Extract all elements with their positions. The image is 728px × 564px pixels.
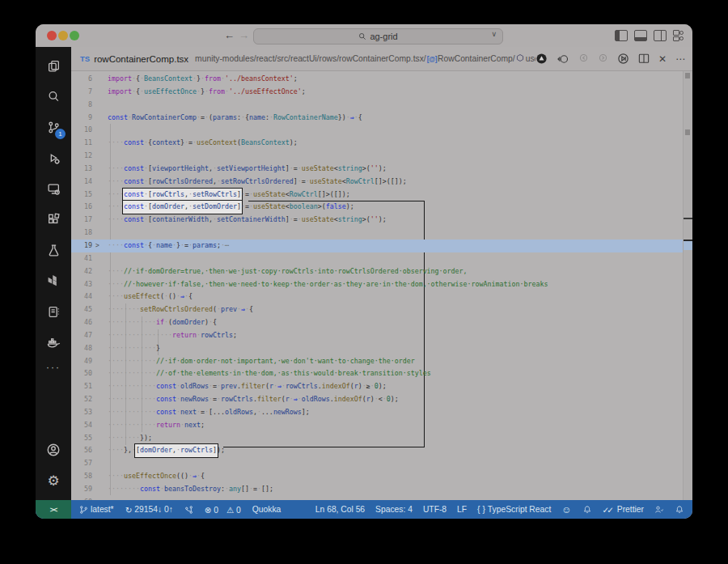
code-line-18[interactable]: 18 — [71, 227, 684, 240]
code-line-59[interactable]: 59········const·beansToDestroy:·any[]·=·… — [71, 483, 684, 496]
format-document-icon[interactable] — [535, 53, 548, 65]
code-line-56[interactable]: 56····},·[domOrder,·rowCtrls]); — [71, 444, 684, 457]
annotation-box: const·[rowCtrls,·setRowCtrls] — [123, 189, 242, 201]
settings-gear-icon[interactable]: ⚙ — [42, 469, 65, 492]
split-editor-icon[interactable] — [638, 53, 650, 64]
code-line-12[interactable]: 12 — [71, 150, 684, 163]
notifications-bell-icon[interactable] — [675, 505, 684, 515]
notebook-icon[interactable] — [42, 300, 65, 323]
code-line-44[interactable]: 44····useEffect(·()·⇒·{ — [71, 290, 684, 303]
cursor-position-item[interactable]: Ln 68, Col 56 — [315, 505, 365, 514]
annotation-box: const·[domOrder,·setDomOrder] — [123, 201, 242, 214]
remote-user-icon[interactable] — [654, 505, 664, 515]
code-line-58[interactable]: 58····useEffectOnce(()·⇒·{ — [71, 470, 684, 483]
code-line-49[interactable]: 49············//·if·dom·order·not·import… — [71, 355, 684, 368]
sync-icon: ↻ — [125, 505, 133, 515]
tab-filename[interactable]: rowContainerComp.tsx — [94, 54, 188, 64]
code-line-47[interactable]: 47················return·rowCtrls; — [71, 329, 684, 342]
problems-item[interactable]: ⊗ 0⚠ 0 — [205, 505, 241, 515]
code-line-9[interactable]: 9const·RowContainerComp·=·(params:·{name… — [71, 112, 684, 125]
docker-icon[interactable] — [42, 331, 65, 354]
navigate-back-circle-icon[interactable] — [557, 53, 569, 65]
code-line-14[interactable]: 14····const·[rowCtrlsOrdered,·setRowCtrl… — [71, 176, 684, 189]
code-line-15[interactable]: 15····const·[rowCtrls,·setRowCtrls]·=·us… — [71, 189, 684, 201]
indentation-item[interactable]: Spaces: 4 — [375, 505, 413, 514]
toggle-panel-icon[interactable] — [634, 30, 647, 41]
account-icon[interactable] — [42, 439, 65, 461]
code-line-17[interactable]: 17····const·[containerWidth,·setContaine… — [71, 214, 684, 227]
code-line-55[interactable]: 55········}); — [71, 432, 684, 445]
close-traffic-light[interactable] — [47, 31, 57, 40]
code-line-46[interactable]: 46············if·(domOrder)·{ — [71, 316, 684, 329]
code-line-51[interactable]: 51············const·oldRows·=·prev.filte… — [71, 380, 684, 393]
code-line-60[interactable]: 60 — [71, 496, 684, 500]
explorer-icon[interactable] — [42, 54, 65, 77]
minimize-traffic-light[interactable] — [58, 31, 68, 40]
breadcrumb-symbol-component[interactable]: RowContainerComp/ — [438, 54, 515, 63]
customize-layout-icon[interactable] — [673, 30, 684, 40]
feedback-smiley-icon[interactable]: ☺ — [561, 504, 571, 515]
run-debug-icon[interactable] — [42, 146, 65, 169]
language-mode-item[interactable]: { }TypeScript React — [477, 505, 551, 514]
symbol-hexagon-icon — [515, 53, 526, 64]
code-line-50[interactable]: 50············//·of·the·elements·in·the·… — [71, 367, 684, 380]
source-control-icon[interactable]: 1 — [42, 116, 65, 138]
eol-item[interactable]: LF — [457, 505, 467, 514]
code-line-7[interactable]: 7import·{·useEffectOnce·}·from·'../useEf… — [71, 86, 684, 99]
close-icon[interactable]: ✕ — [658, 53, 667, 65]
code-line-42[interactable]: 42····//·if·domOrder=true,·then·we·just·… — [71, 265, 684, 278]
chevron-down-icon[interactable]: ∨ — [491, 30, 497, 38]
alert-bell-icon[interactable] — [582, 505, 592, 515]
code-editor[interactable]: 6import·{·BeansContext·}·from·'../beansC… — [71, 71, 692, 500]
code-line-13[interactable]: 13····const·[viewportHeight,·setViewport… — [71, 163, 684, 176]
run-code-icon[interactable] — [617, 53, 629, 65]
breadcrumb-symbol-hook[interactable]: useEffectOnc — [526, 54, 535, 63]
toggle-secondary-sidebar-icon[interactable] — [654, 30, 667, 41]
code-line-43[interactable]: 43····//·however·if·false,·then·we·need·… — [71, 278, 684, 291]
history-back-icon[interactable]: ← — [224, 29, 235, 41]
annotation-box: [domOrder,·rowCtrls] — [135, 444, 218, 457]
history-forward-icon[interactable]: → — [239, 29, 249, 41]
toggle-primary-sidebar-icon[interactable] — [615, 30, 628, 41]
git-branch-icon — [79, 505, 88, 515]
extensions-icon[interactable] — [42, 208, 65, 231]
code-line-53[interactable]: 53············const·next·=·[...oldRows,·… — [71, 406, 684, 419]
ruler-marker — [685, 73, 690, 78]
activity-bar: 1 ··· ⚙ — [36, 47, 71, 500]
code-line-6[interactable]: 6import·{·BeansContext·}·from·'../beansC… — [71, 73, 684, 86]
command-center-search[interactable]: ag-grid ∨ — [253, 28, 503, 45]
code-line-41[interactable]: 41 — [71, 252, 684, 265]
breadcrumb-path[interactable]: munity-modules/react/src/reactUi/rows/ro… — [195, 54, 426, 63]
maximize-traffic-light[interactable] — [70, 31, 79, 40]
code-line-16[interactable]: 16····const·[domOrder,·setDomOrder]·=·us… — [71, 201, 684, 214]
prettier-item[interactable]: ✓✓Prettier — [603, 505, 644, 515]
code-line-8[interactable]: 8 — [71, 99, 684, 112]
search-icon[interactable] — [42, 85, 65, 108]
code-line-52[interactable]: 52············const·newRows·=·rowCtrls.f… — [71, 393, 684, 406]
fold-chevron-icon[interactable]: > — [92, 240, 103, 252]
code-line-10[interactable]: 10 — [71, 124, 684, 137]
testing-flask-icon[interactable] — [42, 239, 65, 261]
git-branch-item[interactable]: latest* — [79, 505, 114, 515]
more-actions-icon[interactable]: ⋯ — [675, 53, 686, 65]
remote-explorer-icon[interactable] — [42, 177, 65, 200]
terraform-icon[interactable] — [42, 269, 65, 292]
remote-indicator[interactable]: >< — [36, 500, 71, 519]
code-line-11[interactable]: 11····const·{context}·=·useContext(Beans… — [71, 137, 684, 150]
nav-next-disabled-icon — [598, 53, 608, 63]
status-bar: >< latest* ↻29154↓ 0↑ ⊗ 0⚠ 0 Quokka Ln 6… — [36, 500, 692, 519]
code-line-54[interactable]: 54············return·next; — [71, 419, 684, 432]
encoding-item[interactable]: UTF-8 — [423, 505, 447, 514]
code-line-19[interactable]: 19>····const·{·name·}·=·params;·⋯ — [71, 240, 684, 252]
more-icon[interactable]: ··· — [46, 362, 61, 373]
code-line-45[interactable]: 45········setRowCtrlsOrdered(·prev·⇒·{ — [71, 303, 684, 316]
title-bar: ← → ag-grid ∨ — [36, 24, 692, 48]
code-line-57[interactable]: 57 — [71, 457, 684, 470]
git-sync-item[interactable]: ↻29154↓ 0↑ — [125, 505, 173, 515]
breadcrumb[interactable]: munity-modules/react/src/reactUi/rows/ro… — [195, 53, 535, 64]
overview-ruler[interactable] — [683, 71, 692, 500]
typescript-file-icon: TS — [80, 54, 90, 63]
gitlens-icon[interactable] — [184, 505, 193, 515]
quokka-item[interactable]: Quokka — [252, 505, 281, 514]
code-line-48[interactable]: 48············} — [71, 342, 684, 355]
